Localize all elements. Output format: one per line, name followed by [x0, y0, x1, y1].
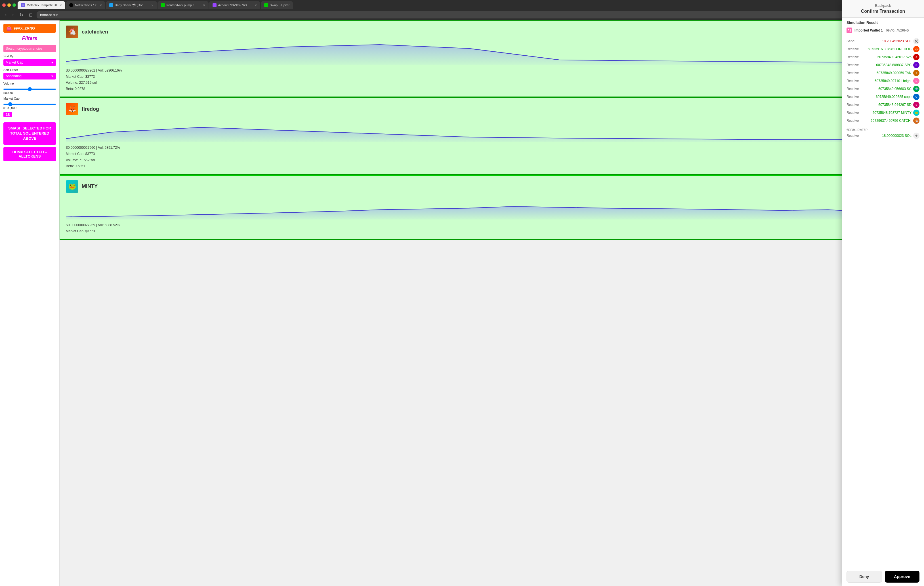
sort-order-select[interactable]: Ascending ▼	[3, 73, 56, 79]
receive-icon-3: T	[913, 70, 919, 76]
receive-row-2: Receive 60735848.808837 SPC S	[846, 62, 919, 68]
receive-amount-6: 60735849.022685 copo	[864, 95, 911, 99]
receive-amount-2: 60735848.808837 SPC	[864, 63, 911, 67]
receive-amount-1: 60735849.046017 $25	[864, 55, 911, 59]
sort-by-arrow-icon: ▼	[51, 61, 54, 64]
wallet2-address: 6EF8r...EwF6P	[846, 128, 919, 131]
wallet2-receive-label: Receive	[846, 134, 862, 138]
reload-button[interactable]: ↻	[18, 12, 25, 18]
close-dot[interactable]	[2, 3, 6, 7]
send-label: Send	[846, 39, 862, 43]
token-header-catchicken: 🐔 catchicken	[66, 26, 918, 38]
smash-button[interactable]: SMASH SELECTED FOR TOTAL SOL ENTERED ABO…	[3, 122, 56, 145]
wallet1-row: A1 Imported Wallet 1 99VXr...W2RNG	[846, 26, 919, 35]
market-cap-slider[interactable]	[3, 104, 56, 105]
token-card-firedog: 🦊 firedog $0.0000000027960 | Vol: 5891.7…	[59, 98, 924, 175]
receive-icon-0: 🦊	[913, 46, 919, 52]
tab-jupiter-title: Swap | Jupiter	[270, 3, 290, 7]
send-icon	[913, 38, 919, 44]
sort-order-label: Sort Order	[3, 68, 56, 71]
sidebar: 👛 99VX..2RNG Filters Sort By Market Cap …	[0, 20, 59, 586]
token-name-minty: MINTY	[82, 184, 97, 189]
search-input[interactable]	[3, 45, 56, 52]
token-img-catchicken: 🐔	[66, 26, 78, 38]
token-stats-catchicken: $0.0000000027962 | Vol: 52906.16% Market…	[66, 68, 918, 92]
tab-baby-shark-title: Baby Shark 🦈 (DooDoo) -	[115, 3, 148, 7]
dump-button[interactable]: DUMP SELECTED – ALLTOKENS	[3, 147, 56, 161]
deny-button[interactable]: Deny	[846, 571, 882, 583]
maximize-dot[interactable]	[13, 3, 16, 7]
token-stats-firedog: $0.0000000027960 | Vol: 5891.72% Market …	[66, 145, 918, 169]
token-market-cap-minty: Market Cap: $3773	[66, 228, 918, 235]
app-layout: 👛 99VX..2RNG Filters Sort By Market Cap …	[0, 20, 924, 586]
sort-order-select-wrapper: Ascending ▼	[3, 73, 56, 79]
receive-icon-4: B	[913, 78, 919, 84]
volume-label: Volume	[3, 82, 56, 85]
volume-slider[interactable]	[3, 89, 56, 90]
receive-row-6: Receive 60735849.022685 copo C	[846, 94, 919, 100]
market-cap-display: $100,000	[3, 106, 56, 109]
receive-icon-5: 🌍	[913, 86, 919, 92]
backpack-title: Backpack	[846, 3, 919, 8]
send-row: Send 18.200452823 SOL	[846, 38, 919, 44]
wallet-icon: 👛	[6, 26, 12, 31]
token-beta-firedog: Beta: 0.5851	[66, 163, 918, 169]
receive-label-3: Receive	[846, 71, 862, 75]
tab-jupiter[interactable]: Swap | Jupiter	[261, 1, 293, 9]
svg-marker-4	[66, 207, 918, 220]
receive-row-7: Receive 60735848.944267 SD S	[846, 102, 919, 108]
token-name-firedog: firedog	[82, 106, 99, 112]
receive-label-7: Receive	[846, 103, 862, 107]
tab-pump-fun[interactable]: frontend-api.pump.fun/coi: ✕	[157, 1, 209, 9]
back-button[interactable]: ‹	[3, 12, 8, 18]
receive-amount-7: 60735848.944267 SD	[864, 103, 911, 107]
receive-row-5: Receive 60735849.056603 SC 🌍	[846, 86, 919, 92]
token-card-minty: 🐸 MINTY $0.0000000027959 | Vol: 5088.52%…	[59, 175, 924, 240]
receive-amount-4: 60735849.027101 bright	[864, 79, 911, 83]
browser-nav: ‹ › ↻ ⊡ 🔍 ⬆ 🛡 ⚠	[0, 9, 924, 20]
receive-label-8: Receive	[846, 111, 862, 115]
approve-button[interactable]: Approve	[885, 571, 920, 583]
bookmark-button[interactable]: ⊡	[27, 12, 34, 18]
sort-by-select[interactable]: Market Cap ▼	[3, 59, 56, 66]
token-price-vol-firedog: $0.0000000027960 | Vol: 5891.72%	[66, 145, 918, 151]
token-price-vol-minty: $0.0000000027959 | Vol: 5088.52%	[66, 222, 918, 228]
token-img-firedog: 🦊	[66, 103, 78, 115]
receive-row-4: Receive 60735849.027101 bright B	[846, 78, 919, 84]
receive-label-2: Receive	[846, 63, 862, 67]
confirm-title: Confirm Transaction	[846, 9, 919, 14]
receive-row-9: Receive 60729637.450756 CATCHI 🐔	[846, 118, 919, 124]
browser-tabs: M Metaplex Template UI ✕ Notifications /…	[0, 0, 924, 9]
overlay-header: Backpack Confirm Transaction	[842, 0, 924, 18]
token-name-catchicken: catchicken	[82, 29, 108, 35]
volume-slider-section: Volume 500 sol	[3, 82, 56, 94]
forward-button[interactable]: ›	[10, 12, 15, 18]
tab-baby-shark[interactable]: Baby Shark 🦈 (DooDoo) - ✕	[106, 1, 157, 9]
receive-icon-2: S	[913, 62, 919, 68]
receive-amount-8: 60735848.703727 MINTY	[864, 111, 911, 115]
token-chart-firedog	[66, 119, 918, 142]
address-bar[interactable]	[36, 12, 896, 18]
sort-by-label: Sort By	[3, 55, 56, 58]
tab-account-title: Account 99VXriv7RXJSype:	[218, 3, 252, 7]
tab-pump-fun-title: frontend-api.pump.fun/coi:	[167, 3, 200, 7]
receive-label-0: Receive	[846, 47, 862, 51]
svg-text:M: M	[22, 4, 24, 6]
wallet2-receive-icon	[913, 132, 919, 139]
market-cap-label: Market Cap	[3, 97, 56, 100]
minimize-dot[interactable]	[7, 3, 11, 7]
token-chart-minty	[66, 197, 918, 220]
token-beta-catchicken: Beta: 0.9278	[66, 86, 918, 92]
sort-by-value: Market Cap	[6, 60, 23, 65]
wallet-badge[interactable]: 👛 99VX..2RNG	[3, 24, 56, 33]
tab-metaplex[interactable]: M Metaplex Template UI ✕	[18, 1, 65, 9]
token-price-vol-catchicken: $0.0000000027962 | Vol: 52906.16%	[66, 68, 918, 74]
wallet2-receive-row: Receive 18.000000023 SOL	[846, 132, 919, 139]
volume-display: 500 sol	[3, 91, 56, 94]
tab-account[interactable]: Account 99VXriv7RXJSype: ✕	[209, 1, 260, 9]
token-img-minty: 🐸	[66, 180, 78, 193]
tab-notifications[interactable]: Notifications / X ✕	[66, 1, 105, 9]
receive-row-8: Receive 60735848.703727 MINTY 🐸	[846, 109, 919, 116]
sort-order-arrow-icon: ▼	[51, 74, 54, 78]
count-badge: 18	[3, 112, 12, 117]
